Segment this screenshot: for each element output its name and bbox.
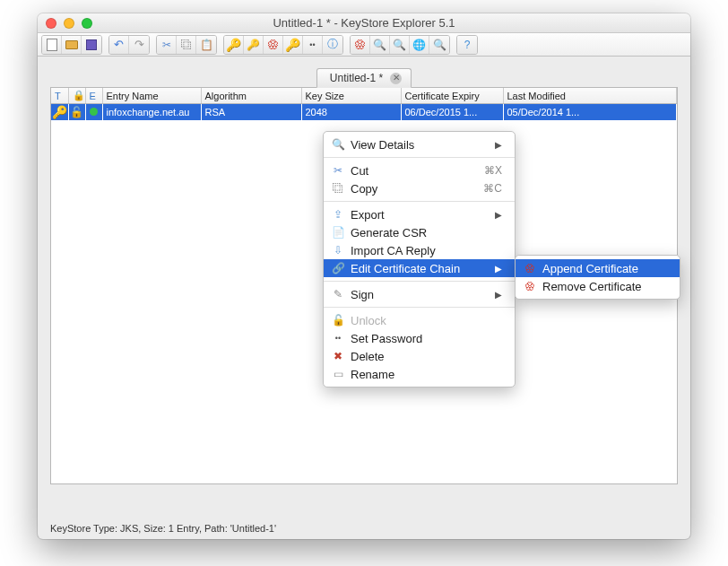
- file-icon: [47, 39, 57, 51]
- examine-ssl-button[interactable]: 🌐: [410, 36, 429, 54]
- help-button[interactable]: ?: [457, 36, 477, 54]
- keypair-entry-icon: 🔑: [52, 105, 67, 119]
- cell-exp: 06/Dec/2015 1...: [401, 104, 503, 120]
- menu-sign[interactable]: ✎ Sign ▶: [324, 285, 515, 303]
- col-modified[interactable]: Last Modified: [503, 88, 677, 104]
- menu-unlock: 🔓 Unlock: [324, 311, 515, 329]
- copy-icon: ⿻: [181, 39, 192, 51]
- cell-mod: 05/Dec/2014 1...: [503, 104, 677, 120]
- new-button[interactable]: [42, 36, 62, 54]
- submenu-remove-cert[interactable]: 🏵 Remove Certificate: [516, 277, 680, 295]
- gen-keypair-button[interactable]: 🔑: [224, 36, 244, 54]
- unlock-icon: 🔓: [331, 313, 345, 327]
- ribbon-icon: 🏵: [523, 261, 537, 275]
- window-zoom-button[interactable]: [82, 18, 92, 29]
- col-name[interactable]: Entry Name: [102, 88, 201, 104]
- gen-secret-button[interactable]: 🔑: [244, 36, 264, 54]
- ribbon-search-icon: 🏵: [354, 38, 366, 51]
- save-icon: [86, 39, 97, 50]
- col-lock[interactable]: 🔒: [68, 88, 85, 104]
- export-icon: ⇪: [331, 207, 345, 222]
- paste-icon: 📋: [200, 39, 213, 51]
- copy-icon: ⿻: [331, 181, 345, 196]
- paste-button[interactable]: 📋: [196, 36, 216, 54]
- col-expiry[interactable]: E: [85, 88, 102, 104]
- password-icon: ••: [309, 40, 315, 49]
- delete-icon: ✖: [331, 349, 345, 363]
- col-alg[interactable]: Algorithm: [201, 88, 301, 104]
- cell-name: infoxchange.net.au: [102, 104, 201, 120]
- chain-icon: 🔗: [331, 261, 345, 275]
- menu-rename[interactable]: ▭ Rename: [324, 365, 515, 383]
- undo-button[interactable]: ↶: [109, 36, 129, 54]
- menu-delete[interactable]: ✖ Delete: [324, 347, 515, 365]
- document-tab[interactable]: Untitled-1 * ✕: [316, 68, 412, 88]
- redo-icon: ↷: [134, 38, 144, 51]
- lock-header-icon: 🔒: [73, 90, 85, 100]
- cell-size: 2048: [301, 104, 401, 120]
- secret-key-icon: 🔑: [247, 39, 260, 51]
- col-type[interactable]: T: [51, 88, 68, 104]
- col-size[interactable]: Key Size: [301, 88, 401, 104]
- open-button[interactable]: [62, 36, 82, 54]
- submenu-append-cert[interactable]: 🏵 Append Certificate: [516, 259, 680, 277]
- examine-file-button[interactable]: 🔍: [370, 36, 390, 54]
- save-button[interactable]: [82, 36, 101, 54]
- menu-export[interactable]: ⇪ Export ▶: [324, 205, 515, 223]
- keypair-icon: 🔑: [226, 38, 241, 52]
- properties-button[interactable]: ⓘ: [323, 36, 342, 54]
- submenu-arrow-icon: ▶: [495, 290, 502, 300]
- password-icon: ••: [331, 331, 345, 345]
- menu-import-ca-reply[interactable]: ⇩ Import CA Reply: [324, 241, 515, 259]
- pen-icon: ✎: [331, 287, 345, 301]
- table-header: T 🔒 E Entry Name Algorithm Key Size Cert…: [51, 88, 677, 104]
- globe-magnifier-icon: 🌐: [412, 39, 426, 51]
- menu-generate-csr[interactable]: 📄 Generate CSR: [324, 223, 515, 241]
- cut-button[interactable]: ✂: [157, 36, 177, 54]
- type-header-icon: T: [55, 91, 61, 101]
- info-icon: ⓘ: [327, 37, 338, 52]
- menu-cut[interactable]: ✂ Cut ⌘X: [324, 161, 515, 179]
- import-icon: ⇩: [331, 243, 345, 257]
- menu-copy[interactable]: ⿻ Copy ⌘C: [324, 179, 515, 197]
- window-minimize-button[interactable]: [64, 18, 74, 29]
- menu-separator: [324, 201, 515, 202]
- tab-close-icon[interactable]: ✕: [390, 73, 402, 84]
- window-close-button[interactable]: [46, 18, 56, 29]
- submenu-arrow-icon: ▶: [495, 210, 502, 220]
- ribbon-icon: 🏵: [267, 38, 279, 51]
- set-password-button[interactable]: ••: [303, 36, 323, 54]
- help-icon: ?: [464, 39, 471, 51]
- table-row[interactable]: 🔑 🔓 infoxchange.net.au RSA 2048 06/Dec/2…: [51, 104, 677, 120]
- redo-button[interactable]: ↷: [129, 36, 149, 54]
- menu-separator: [324, 281, 515, 282]
- magnifier-icon: 🔍: [331, 137, 345, 152]
- titlebar: Untitled-1 * - KeyStore Explorer 5.1: [38, 13, 690, 33]
- edit-cert-chain-submenu: 🏵 Append Certificate 🏵 Remove Certificat…: [515, 255, 680, 300]
- menu-view-details[interactable]: 🔍 View Details ▶: [324, 135, 515, 153]
- menu-separator: [324, 307, 515, 308]
- menu-edit-cert-chain[interactable]: 🔗 Edit Certificate Chain ▶: [324, 259, 515, 277]
- copy-button[interactable]: ⿻: [177, 36, 196, 54]
- expiry-header-icon: E: [90, 91, 96, 101]
- ribbon-icon: 🏵: [523, 279, 537, 293]
- rename-icon: ▭: [331, 367, 345, 381]
- col-cert-expiry[interactable]: Certificate Expiry: [401, 88, 503, 104]
- context-menu: 🔍 View Details ▶ ✂ Cut ⌘X ⿻ Copy ⌘C ⇪ Ex…: [323, 131, 516, 387]
- import-keypair-button[interactable]: 🔑: [283, 36, 303, 54]
- magnifier-clip-icon: 🔍: [393, 39, 406, 51]
- magnifier-icon: 🔍: [373, 39, 386, 51]
- status-bar: KeyStore Type: JKS, Size: 1 Entry, Path:…: [50, 523, 276, 534]
- undo-icon: ↶: [114, 38, 124, 51]
- tab-label: Untitled-1 *: [330, 72, 383, 84]
- valid-dot-icon: [90, 108, 98, 116]
- menu-separator: [324, 157, 515, 158]
- scissors-icon: ✂: [162, 39, 171, 51]
- detect-type-button[interactable]: 🔍: [429, 36, 449, 54]
- folder-icon: [65, 40, 78, 49]
- examine-cert-button[interactable]: 🏵: [351, 36, 370, 54]
- keypair-import-icon: 🔑: [285, 38, 300, 52]
- import-cert-button[interactable]: 🏵: [264, 36, 283, 54]
- menu-set-password[interactable]: •• Set Password: [324, 329, 515, 347]
- examine-clipboard-button[interactable]: 🔍: [390, 36, 410, 54]
